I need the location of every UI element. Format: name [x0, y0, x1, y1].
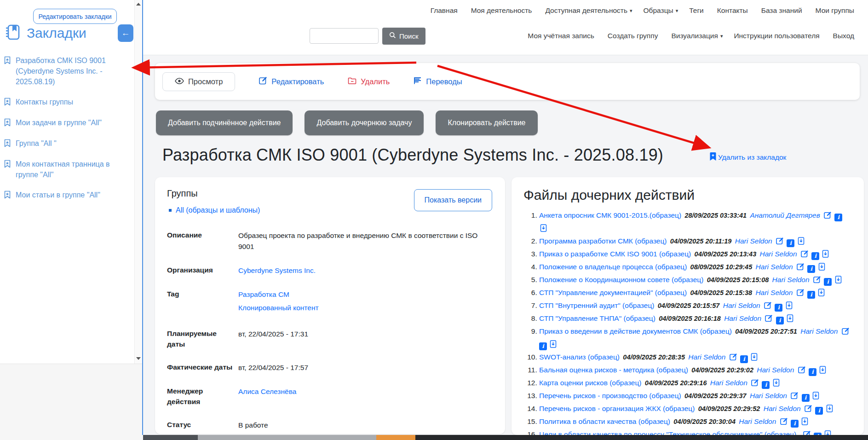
- edit-icon[interactable]: [751, 378, 759, 390]
- file-author[interactable]: Hari Seldon: [756, 263, 793, 271]
- info-icon[interactable]: i: [809, 368, 816, 376]
- file-link[interactable]: СТП "Внутренний аудит" (образец): [539, 301, 654, 309]
- download-icon[interactable]: [835, 275, 842, 287]
- action-button[interactable]: Добавить подчинённое действие: [156, 110, 293, 135]
- info-icon[interactable]: i: [811, 252, 819, 260]
- tab-edit[interactable]: Редактировать: [259, 76, 324, 87]
- nav-link[interactable]: Моя учётная запись: [528, 32, 596, 40]
- search-input[interactable]: [310, 28, 379, 44]
- edit-icon[interactable]: [813, 275, 821, 287]
- remove-bookmark-link[interactable]: Удалить из закладок: [709, 152, 786, 163]
- collapse-sidebar-button[interactable]: ←: [118, 24, 133, 42]
- edit-icon[interactable]: [776, 237, 784, 248]
- file-link[interactable]: Программа разработки СМК (образец): [539, 237, 667, 245]
- bookmark-item-label[interactable]: Моя контактная транница в группе "All": [16, 159, 121, 180]
- file-link[interactable]: СТП "Управление ТНПА" (образец): [539, 314, 655, 322]
- manager-link[interactable]: Алиса Селезнёва: [238, 386, 296, 397]
- nav-link[interactable]: Теги: [689, 6, 706, 15]
- file-author[interactable]: Hari Seldon: [688, 353, 725, 361]
- download-icon[interactable]: [824, 430, 831, 435]
- sidebar-scrollbar[interactable]: [134, 0, 142, 364]
- info-icon[interactable]: i: [762, 381, 770, 389]
- file-author[interactable]: Hari Seldon: [724, 314, 761, 322]
- edit-icon[interactable]: [797, 288, 805, 300]
- download-icon[interactable]: [751, 353, 758, 364]
- nav-link[interactable]: Мои группы: [816, 6, 857, 15]
- file-author[interactable]: Анатолий Дегтярев: [750, 211, 820, 219]
- edit-icon[interactable]: [805, 404, 812, 416]
- file-author[interactable]: Hari Seldon: [772, 276, 810, 284]
- file-link[interactable]: Приказ о введении в действие документов …: [539, 327, 732, 335]
- bookmark-item-label[interactable]: Разработка СМК ISO 9001 (Cyberdyne Syste…: [16, 55, 121, 87]
- download-icon[interactable]: [818, 288, 825, 300]
- file-author[interactable]: Hari Seldon: [764, 405, 801, 412]
- nav-link[interactable]: Создать группу: [608, 32, 661, 40]
- bookmark-item-label[interactable]: Группа "All ": [16, 138, 57, 149]
- edit-icon[interactable]: [842, 327, 850, 338]
- file-link[interactable]: Политика в области качества (образец): [539, 417, 670, 425]
- nav-link[interactable]: Доступная деятельность ▾: [545, 6, 632, 15]
- info-icon[interactable]: i: [802, 394, 810, 402]
- file-author[interactable]: Hari Seldon: [800, 327, 838, 335]
- nav-link[interactable]: Выход: [833, 32, 857, 40]
- file-link[interactable]: Положение о владельце процесса (образец): [539, 263, 687, 271]
- bookmark-item-label[interactable]: Мои задачи в группе "All": [16, 117, 102, 128]
- edit-icon[interactable]: [801, 249, 809, 261]
- download-icon[interactable]: [822, 249, 829, 261]
- nav-link[interactable]: Контакты: [717, 6, 750, 15]
- action-button[interactable]: Клонировать действие: [436, 110, 537, 135]
- group-link[interactable]: All (образцы и шаблоны): [176, 206, 260, 214]
- download-icon[interactable]: [826, 404, 833, 416]
- download-icon[interactable]: [818, 262, 825, 274]
- info-icon[interactable]: i: [815, 407, 823, 415]
- file-link[interactable]: СТП "Управление документацией" (образец): [539, 289, 687, 296]
- info-icon[interactable]: i: [834, 214, 842, 221]
- info-icon[interactable]: i: [807, 265, 815, 273]
- file-link[interactable]: Приказ о разработке СМК ISO 9001 (образе…: [539, 250, 691, 258]
- file-author[interactable]: Hari Seldon: [710, 379, 747, 387]
- download-icon[interactable]: [819, 365, 826, 377]
- edit-icon[interactable]: [798, 365, 806, 377]
- file-author[interactable]: Hari Seldon: [757, 366, 794, 374]
- nav-link[interactable]: База знаний: [761, 6, 805, 15]
- tag-link[interactable]: Разработка СМ: [238, 289, 493, 300]
- download-icon[interactable]: [786, 301, 793, 313]
- download-icon[interactable]: [550, 340, 557, 351]
- file-link[interactable]: Положение о Координационном совете (обра…: [539, 276, 703, 284]
- info-icon[interactable]: i: [776, 317, 784, 324]
- tab-view[interactable]: Просмотр: [162, 72, 235, 91]
- edit-icon[interactable]: [797, 262, 805, 274]
- nav-link[interactable]: Главная: [431, 6, 460, 15]
- nav-link[interactable]: Инструкции пользователя: [734, 32, 822, 40]
- file-author[interactable]: Hari Seldon: [723, 301, 760, 309]
- search-button[interactable]: Поиск: [382, 28, 425, 45]
- info-icon[interactable]: i: [807, 291, 815, 299]
- file-author[interactable]: Hari Seldon: [735, 237, 772, 245]
- info-icon[interactable]: i: [539, 342, 547, 350]
- edit-icon[interactable]: [764, 301, 772, 313]
- edit-icon[interactable]: [803, 430, 811, 435]
- download-icon[interactable]: [812, 391, 819, 403]
- scroll-down-arrow-icon[interactable]: [136, 357, 141, 360]
- edit-icon[interactable]: [824, 211, 832, 222]
- info-icon[interactable]: i: [740, 355, 748, 363]
- file-link[interactable]: Перечень рисков - организация ЖКХ (образ…: [539, 405, 695, 412]
- scroll-up-arrow-icon[interactable]: [136, 3, 141, 6]
- nav-link[interactable]: Визуализация ▾: [671, 32, 723, 40]
- file-author[interactable]: Hari Seldon: [755, 289, 793, 296]
- info-icon[interactable]: i: [775, 304, 782, 312]
- show-versions-button[interactable]: Показать версии: [414, 189, 492, 211]
- edit-bookmarks-button[interactable]: Редактировать закладки: [33, 9, 117, 24]
- bookmark-item-label[interactable]: Контакты группы: [16, 97, 73, 107]
- file-link[interactable]: Анкета опросник СМК 9001-2015.(образец): [539, 211, 681, 219]
- file-link[interactable]: SWOT-анализ (образец): [539, 353, 620, 361]
- action-button[interactable]: Добавить дочернюю задачу: [305, 110, 424, 135]
- edit-icon[interactable]: [730, 353, 737, 364]
- download-icon[interactable]: [540, 224, 547, 235]
- file-link[interactable]: Перечень рисков - производство (образец): [539, 392, 681, 399]
- file-author[interactable]: Hari Seldon: [739, 417, 776, 425]
- info-icon[interactable]: i: [791, 420, 799, 428]
- organization-link[interactable]: Cyberdyne Systems Inc.: [238, 265, 316, 276]
- file-author[interactable]: Hari Seldon: [760, 250, 797, 258]
- bookmark-item-label[interactable]: Мои статьи в группе "All": [16, 190, 100, 200]
